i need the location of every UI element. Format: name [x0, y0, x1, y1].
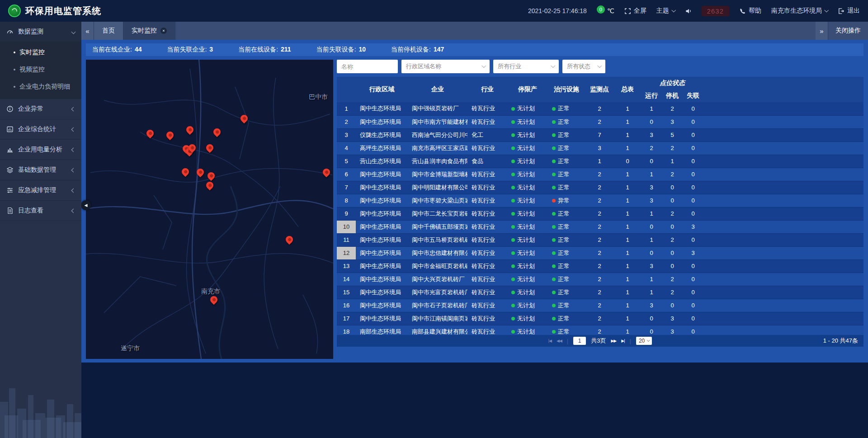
fullscreen-button[interactable]: 全屏: [624, 7, 646, 15]
double-chevron-left-icon: «: [85, 27, 89, 35]
stop-cell: 2: [662, 273, 683, 286]
alarm-sound-button[interactable]: [685, 8, 692, 14]
tab-realtime-monitor[interactable]: 实时监控 ×: [123, 22, 175, 40]
org-name-label: 南充市生态环境局: [771, 7, 822, 15]
sidebar-item-video-monitor[interactable]: 视频监控: [0, 61, 81, 78]
industry-cell: 砖瓦行业: [467, 286, 507, 299]
region-cell: 阆中生态环境局: [356, 286, 408, 299]
theme-dropdown[interactable]: 主题: [656, 7, 675, 15]
table-row[interactable]: 8 阆中生态环境局 阆中市枣碧大梁山页岩 砖瓦行业 无计划 异常: [337, 194, 863, 207]
table-row[interactable]: 16 阆中生态环境局 阆中市石子页岩机砖厂 砖瓦行业 无计划 正常: [337, 299, 863, 312]
table-row[interactable]: 9 阆中生态环境局 阆中市二龙长宝页岩砖 砖瓦行业 无计划 正常: [337, 207, 863, 220]
map-collapse-button[interactable]: ◀: [81, 200, 91, 210]
table-row[interactable]: 17 阆中生态环境局 阆中市江南镇阆南页岩 砖瓦行业 无计划 正常: [337, 312, 863, 325]
filler-cell: [703, 312, 863, 325]
table-row[interactable]: 11 阆中生态环境局 阆中市五马桥页岩机砖 砖瓦行业 无计划 正常: [337, 233, 863, 246]
facility-status-dot-icon: [552, 173, 556, 176]
chevron-left-icon: ◀: [85, 203, 88, 207]
close-icon[interactable]: ×: [160, 28, 167, 34]
close-operations-button[interactable]: 关闭操作: [828, 22, 868, 40]
stop-cell: 3: [662, 325, 683, 335]
points-cell: 2: [585, 220, 614, 233]
sidebar-item-company-statistics[interactable]: 企业综合统计: [0, 119, 81, 140]
page-size-value: 20: [639, 338, 645, 344]
logout-button[interactable]: 退出: [838, 7, 860, 15]
facility-status-dot-icon: [552, 160, 556, 163]
company-cell: 阆中市金福旺页岩机砖: [408, 259, 467, 273]
table-row[interactable]: 2 阆中生态环境局 阆中市南方节能建材有 砖瓦行业 无计划 正常: [337, 115, 863, 128]
status-filter-select[interactable]: 所有状态: [562, 60, 605, 73]
first-page-button[interactable]: |◀: [548, 339, 552, 343]
sidebar-item-company-abnormal[interactable]: 企业异常: [0, 99, 81, 119]
facility-status-dot-icon: [552, 238, 556, 242]
company-cell: 阆中市枣碧大梁山页岩: [408, 194, 467, 207]
sidebar-item-data-monitor[interactable]: 数据监测: [0, 22, 81, 42]
sidebar-item-emergency-reduction[interactable]: 应急减排管理: [0, 180, 81, 201]
name-filter-input[interactable]: [337, 60, 398, 73]
help-button[interactable]: 帮助: [739, 7, 761, 15]
stat-item: 当前失联企业: 3: [167, 46, 213, 54]
chevron-left-icon: [71, 188, 76, 193]
limit-cell: 无计划: [507, 259, 548, 273]
sidebar-item-realtime-monitor[interactable]: 实时监控: [0, 44, 81, 61]
meters-cell: 1: [614, 141, 641, 155]
sidebar-subitem-label: 企业电力负荷明细: [19, 83, 70, 91]
stop-cell: 3: [662, 312, 683, 325]
region-filter-select[interactable]: 行政区域名称: [401, 60, 490, 73]
table-row[interactable]: 7 阆中生态环境局 阆中明阳建材有限公司 砖瓦行业 无计划 正常: [337, 181, 863, 194]
page-input[interactable]: 1: [573, 337, 586, 345]
company-cell: 阆中市南方节能建材有: [408, 115, 467, 128]
bullet-dot-icon: [14, 69, 15, 71]
industry-filter-select[interactable]: 所有行业: [493, 60, 559, 73]
facility-cell: 正常: [548, 312, 585, 325]
double-chevron-right-icon: »: [820, 27, 823, 35]
table-row[interactable]: 10 阆中生态环境局 阆中千佛镇五郎垭页岩 砖瓦行业 无计划 正常: [337, 220, 863, 233]
company-cell: 营山县润丰肉食品有限: [408, 155, 467, 168]
limit-cell: 无计划: [507, 246, 548, 259]
table-row[interactable]: 14 阆中生态环境局 阆中大兴页岩机砖厂 砖瓦行业 无计划 正常: [337, 273, 863, 286]
row-number-cell: 10: [337, 220, 356, 233]
facility-cell: 正常: [548, 325, 585, 335]
sidebar-group-label: 应急减排管理: [18, 186, 56, 194]
table-row[interactable]: 1 阆中生态环境局 阆中强锐页岩砖厂 砖瓦行业 无计划 正常: [337, 102, 863, 115]
filter-bar: 行政区域名称 所有行业 所有状态: [337, 60, 863, 73]
limit-cell: 无计划: [507, 325, 548, 335]
alarm-count-badge[interactable]: 2632: [702, 6, 729, 16]
run-cell: 1: [641, 233, 662, 246]
facility-cell: 正常: [548, 246, 585, 259]
region-cell: 阆中生态环境局: [356, 299, 408, 312]
tabs-scroll-left-button[interactable]: «: [81, 22, 94, 40]
sidebar-item-log-view[interactable]: 日志查看: [0, 201, 81, 221]
meters-cell: 1: [614, 181, 641, 194]
tabs-scroll-right-button[interactable]: »: [816, 22, 828, 40]
sidebar-item-base-data[interactable]: 基础数据管理: [0, 160, 81, 180]
org-dropdown[interactable]: 南充市生态环境局: [771, 7, 828, 15]
tab-home[interactable]: 首页: [94, 22, 123, 40]
table-row[interactable]: 18 南部生态环境局 南部县建兴建材有限公 砖瓦行业 无计划 正常: [337, 325, 863, 335]
limit-cell: 无计划: [507, 220, 548, 233]
region-cell: 阆中生态环境局: [356, 273, 408, 286]
facility-status-dot-icon: [552, 251, 556, 255]
limit-status-dot-icon: [511, 133, 515, 137]
table-row[interactable]: 3 仪陇生态环境局 西南油气田分公司川中 化工 无计划 正常: [337, 128, 863, 141]
limit-status-dot-icon: [511, 225, 515, 229]
page-size-select[interactable]: 20: [636, 337, 652, 345]
sidebar-item-power-load-detail[interactable]: 企业电力负荷明细: [0, 78, 81, 95]
points-cell: 7: [585, 128, 614, 141]
stop-cell: 3: [662, 115, 683, 128]
prev-page-button[interactable]: ◀◀: [557, 339, 562, 343]
facility-status-dot-icon: [552, 212, 556, 216]
table-row[interactable]: 15 阆中生态环境局 阆中市光富页岩机砖厂 砖瓦行业 无计划 正常: [337, 286, 863, 299]
table-row[interactable]: 5 营山生态环境局 营山县润丰肉食品有限 食品 无计划 正常: [337, 155, 863, 168]
table-row[interactable]: 13 阆中生态环境局 阆中市金福旺页岩机砖 砖瓦行业 无计划 正常: [337, 259, 863, 273]
stats-box-icon: [6, 126, 14, 133]
lost-cell: 0: [683, 312, 703, 325]
table-row[interactable]: 12 阆中生态环境局 阆中市忠信建材有限公 砖瓦行业 无计划 正常: [337, 246, 863, 259]
sidebar-item-power-analysis[interactable]: 企业用电量分析: [0, 140, 81, 160]
table-row[interactable]: 4 高坪生态环境局 南充市高坪区王家店建 砖瓦行业 无计划 正常: [337, 141, 863, 155]
next-page-button[interactable]: ▶▶: [611, 339, 616, 343]
content: 当前在线企业: 44 当前失联企业: 3 当前在线设备: 211 当前: [81, 40, 868, 363]
map-panel[interactable]: 巴中市 南充市 遂宁市: [86, 60, 333, 359]
last-page-button[interactable]: ▶|: [621, 339, 624, 343]
table-row[interactable]: 6 阆中生态环境局 阆中市金博瑞新型墙材 砖瓦行业 无计划 正常: [337, 168, 863, 181]
